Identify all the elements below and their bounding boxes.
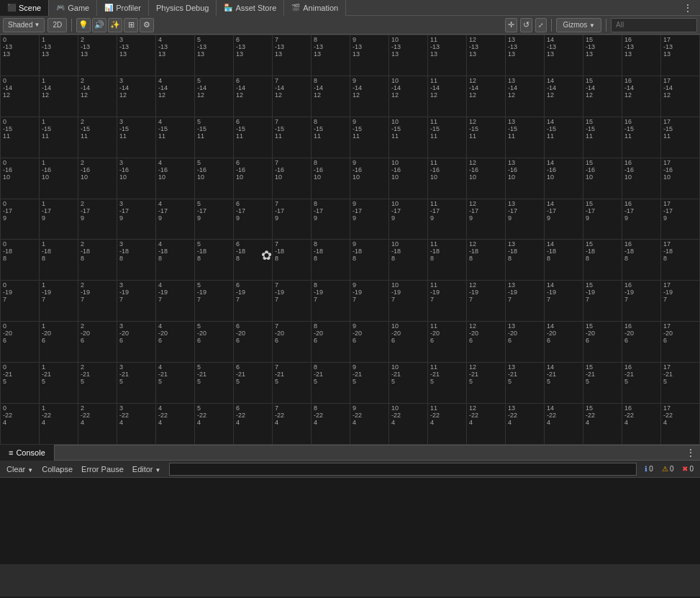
move-transform-icon[interactable]: ✛ <box>505 18 517 32</box>
grid-cell: 9-197 <box>350 281 389 322</box>
tab-asset-store[interactable]: 🏪 Asset Store <box>217 0 284 16</box>
toolbar-sep-2 <box>551 19 552 32</box>
grid-cell: 11-188 <box>428 240 467 281</box>
grid-cell: 9-206 <box>350 322 389 363</box>
grid-cell: 4-1313 <box>156 35 195 76</box>
grid-cell: 17-1313 <box>661 35 700 76</box>
2d-button[interactable]: 2D <box>47 18 67 32</box>
scale-icon[interactable]: ⤢ <box>535 18 547 32</box>
grid-cell: 2-179 <box>78 199 117 240</box>
grid-cell: 6-179 <box>234 199 273 240</box>
grid-cell: 11-197 <box>428 281 467 322</box>
grid-cell: 16-188 <box>622 240 661 281</box>
grid-cell: 6-1610 <box>234 158 273 199</box>
scene-viewport[interactable]: 0-13131-13132-13133-13134-13135-13136-13… <box>0 35 700 445</box>
tabs-more-button[interactable]: ⋮ <box>680 2 696 14</box>
tab-profiler[interactable]: 📊 Profiler <box>97 0 149 16</box>
player-sprite: ✿ <box>258 247 275 264</box>
grid-cell: 8-1610 <box>312 158 350 199</box>
tab-physics-debug[interactable]: Physics Debug <box>149 0 217 16</box>
grid-cell: 6-215 <box>234 363 273 404</box>
grid-cell: 8-224 <box>312 404 350 445</box>
grid-cell: 12-206 <box>467 322 506 363</box>
grid-cell: 10-197 <box>389 281 428 322</box>
grid-cell: 6-197 <box>234 281 273 322</box>
gizmos-label: Gizmos <box>563 21 587 29</box>
grid-cell: 14-1313 <box>545 35 583 76</box>
grid-cell: 5-215 <box>195 363 234 404</box>
grid-cell: 13-206 <box>506 322 545 363</box>
grid-cell: 4-1412 <box>156 76 195 117</box>
console-search-input[interactable] <box>169 463 637 476</box>
tab-scene[interactable]: ⬛ Scene <box>0 0 49 16</box>
grid-cell: 9-1313 <box>350 35 389 76</box>
grid-cell: 5-179 <box>195 199 234 240</box>
grid-cell: 12-1610 <box>467 158 506 199</box>
warn-badge: ⚠ 0 <box>658 464 678 474</box>
grid-cell: 13-1511 <box>506 117 545 158</box>
grid-cell: 16-1412 <box>622 76 661 117</box>
grid-cell: 16-215 <box>622 363 661 404</box>
error-pause-button[interactable]: Error Pause <box>78 462 127 476</box>
scene-search-input[interactable] <box>611 18 697 32</box>
tab-scene-label: Scene <box>19 4 41 12</box>
grid-cell: 14-1610 <box>545 158 583 199</box>
grid-cell: 17-206 <box>661 322 700 363</box>
grid-cell: 9-1412 <box>350 76 389 117</box>
grid-cell: 3-1610 <box>117 158 156 199</box>
grid-cell: 4-179 <box>156 199 195 240</box>
toolbar-sep-3 <box>606 19 606 32</box>
grid-cell: 5-188 <box>195 240 234 281</box>
tab-game[interactable]: 🎮 Game <box>49 0 97 16</box>
console-tabs-more[interactable]: ⋮ <box>681 447 700 458</box>
toolbar-sep-1 <box>71 19 72 32</box>
grid-cell: 2-1610 <box>78 158 117 199</box>
grid-cell: 12-188 <box>467 240 506 281</box>
grid-cell: 4-206 <box>156 322 195 363</box>
grid-cell: 4-215 <box>156 363 195 404</box>
audio-icon-btn[interactable]: 🔊 <box>92 18 106 32</box>
grid-cell: 10-1313 <box>389 35 428 76</box>
grid-cell: 10-224 <box>389 404 428 445</box>
console-content <box>0 478 700 564</box>
rotate-icon[interactable]: ↺ <box>520 18 532 32</box>
shaded-label: Shaded <box>8 21 32 29</box>
grid-cell: 9-215 <box>350 363 389 404</box>
grid-cell: 15-1412 <box>583 76 622 117</box>
grid-icon-btn[interactable]: ⊞ <box>124 18 138 32</box>
grid-cell: 10-1610 <box>389 158 428 199</box>
collapse-button[interactable]: Collapse <box>38 462 76 476</box>
console-tab[interactable]: ≡ Console <box>0 445 55 461</box>
editor-dropdown-button[interactable]: Editor ▼ <box>129 462 165 476</box>
animation-icon: 🎬 <box>291 4 300 12</box>
grid-cell: 12-215 <box>467 363 506 404</box>
grid-cell: 17-215 <box>661 363 700 404</box>
grid-cell: 4-224 <box>156 404 195 445</box>
toolbar-icons-group: 💡 🔊 ✨ ⊞ ⚙ <box>76 18 154 32</box>
console-toolbar: Clear ▼ Collapse Error Pause Editor ▼ ℹ … <box>0 461 700 478</box>
grid-cell: 3-1313 <box>117 35 156 76</box>
settings-icon-btn[interactable]: ⚙ <box>140 18 154 32</box>
light-icon-btn[interactable]: 💡 <box>76 18 91 32</box>
tab-animation-label: Animation <box>303 4 338 12</box>
clear-button[interactable]: Clear ▼ <box>3 462 37 476</box>
console-tab-bar: ≡ Console ⋮ <box>0 445 700 461</box>
grid-cell: 3-215 <box>117 363 156 404</box>
grid-cell: 14-224 <box>545 404 583 445</box>
grid-cell: 15-197 <box>583 281 622 322</box>
grid-cell: 13-1610 <box>506 158 545 199</box>
tab-animation[interactable]: 🎬 Animation <box>284 0 346 16</box>
grid-cell: 8-188 <box>312 240 350 281</box>
grid-cell: 3-1412 <box>117 76 156 117</box>
error-icon: ✖ <box>682 465 688 473</box>
gizmos-button[interactable]: Gizmos ▼ <box>556 18 601 32</box>
grid-cell: 16-1610 <box>622 158 661 199</box>
grid-cell: 1-197 <box>40 281 78 322</box>
grid-cell: 14-206 <box>545 322 583 363</box>
grid-cell: 9-188 <box>350 240 389 281</box>
asset-store-icon: 🏪 <box>224 4 232 12</box>
effects-icon-btn[interactable]: ✨ <box>108 18 122 32</box>
scene-toolbar: Shaded ▼ 2D 💡 🔊 ✨ ⊞ ⚙ ✛ ↺ ⤢ Gizmos ▼ <box>0 16 700 35</box>
shaded-dropdown[interactable]: Shaded ▼ <box>3 18 45 32</box>
grid-cell: 7-1412 <box>273 76 312 117</box>
